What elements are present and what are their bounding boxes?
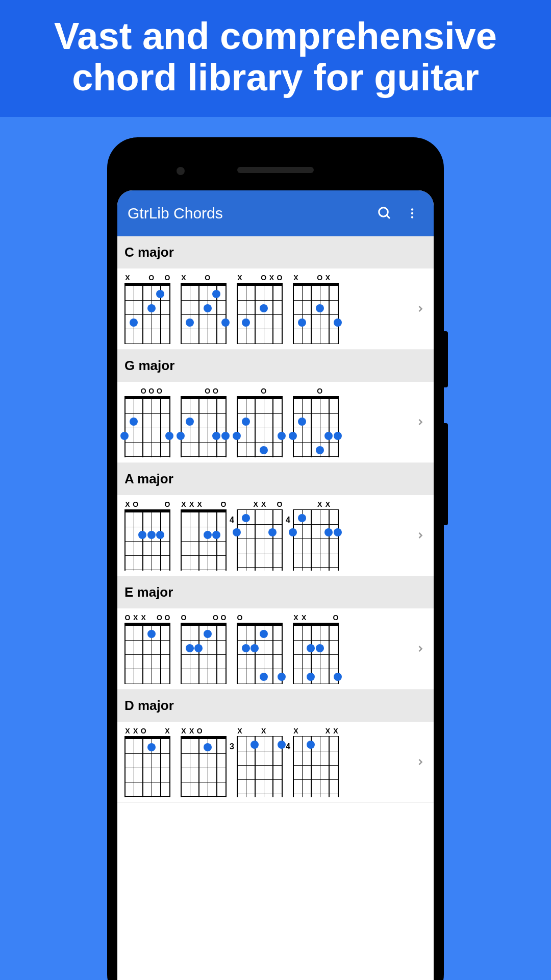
string-markers: XXO [181,727,227,735]
fretboard [124,623,170,684]
appbar-title: GtrLib Chords [128,205,368,222]
finger-dot [289,432,297,440]
svg-point-4 [411,216,413,218]
chevron-right-icon[interactable] [410,412,431,432]
finger-dot [324,528,333,536]
finger-dot [324,432,333,440]
finger-dot [242,318,250,327]
finger-dot [186,644,194,652]
chevron-right-icon[interactable] [410,639,431,659]
chord-row[interactable]: OOOOOOO [117,382,434,463]
fretboard [237,509,283,571]
finger-dot [242,418,250,426]
fretboard [237,283,283,344]
finger-dot [251,741,259,749]
fretboard [181,509,227,571]
finger-dot [221,318,230,327]
finger-dot [334,318,342,327]
chord-row[interactable]: XXOXXXOXX3XXX4 [117,722,434,803]
finger-dot [289,528,297,536]
chord-diagram[interactable]: XXOX [124,727,170,797]
finger-dot [307,741,315,749]
more-icon[interactable] [401,202,423,225]
finger-dot [316,644,324,652]
finger-dot [212,432,220,440]
finger-dot [147,743,156,751]
chord-diagram[interactable]: OXXOO [124,614,170,684]
chord-diagram[interactable]: XOX [293,274,339,344]
fretboard [293,509,339,571]
chord-diagram[interactable]: XXO4 [237,500,283,571]
chevron-right-icon[interactable] [410,299,431,319]
finger-dot [204,531,212,539]
finger-dot [204,630,212,638]
finger-dot [212,290,220,298]
chord-list[interactable]: C majorXOOXOXOXOXOXG majorOOOOOOOA major… [117,236,434,980]
fret-position-label: 4 [286,742,290,751]
chord-diagram[interactable]: O [237,387,283,457]
promo-headline: Vast and comprehensive chord library for… [0,0,551,117]
chord-diagram[interactable]: XO [181,274,227,344]
finger-dot [147,531,156,539]
fretboard [293,736,339,797]
finger-dot [298,418,306,426]
finger-dot [242,514,250,522]
section-header: G major [117,350,434,382]
finger-dot [260,673,268,681]
chevron-right-icon[interactable] [410,525,431,546]
chord-diagram[interactable]: OO [181,387,227,457]
finger-dot [194,644,203,652]
section-header: A major [117,463,434,495]
chord-row[interactable]: OXXOOOOOOXXO [117,608,434,690]
chord-diagram[interactable]: XX3 [237,727,283,797]
fretboard [124,509,170,571]
chord-diagram[interactable]: XX4 [293,500,339,571]
finger-dot [186,318,194,327]
fretboard [237,736,283,797]
search-icon[interactable] [373,202,396,225]
fretboard [124,283,170,344]
chord-row[interactable]: XOOXXXOXXO4XX4 [117,495,434,576]
string-markers: XXO [293,614,339,622]
finger-dot [278,741,286,749]
chord-diagram[interactable]: OOO [181,614,227,684]
chevron-right-icon[interactable] [410,752,431,772]
chord-diagram[interactable]: XOO [124,274,170,344]
finger-dot [130,318,138,327]
chord-diagram[interactable]: XOO [124,500,170,571]
chord-diagram[interactable]: XOXO [237,274,283,344]
finger-dot [147,630,156,638]
finger-dot [278,432,286,440]
finger-dot [204,743,212,751]
chord-diagram[interactable]: OOO [124,387,170,457]
string-markers: XXOX [124,727,170,735]
chord-diagram[interactable]: XXXO [181,500,227,571]
finger-dot [204,304,212,312]
finger-dot [316,446,324,454]
chord-diagram[interactable]: O [237,614,283,684]
string-markers: O [237,614,283,622]
finger-dot [212,531,220,539]
finger-dot [260,304,268,312]
chord-row[interactable]: XOOXOXOXOXOX [117,268,434,350]
app-screen: GtrLib Chords C majorXOOXOXOXOXOXG major… [117,190,434,980]
fretboard [124,736,170,797]
finger-dot [177,432,185,440]
chord-diagram[interactable]: O [293,387,339,457]
fretboard [293,623,339,684]
finger-dot [298,514,306,522]
fretboard [181,736,227,797]
string-markers: XOO [124,500,170,508]
section-header: C major [117,236,434,268]
string-markers: O [293,387,339,395]
fretboard [181,396,227,457]
fret-position-label: 4 [286,516,290,525]
chord-diagram[interactable]: XXX4 [293,727,339,797]
finger-dot [334,673,342,681]
chord-diagram[interactable]: XXO [293,614,339,684]
finger-dot [130,418,138,426]
finger-dot [120,432,129,440]
finger-dot [268,528,277,536]
chord-diagram[interactable]: XXO [181,727,227,797]
finger-dot [186,418,194,426]
